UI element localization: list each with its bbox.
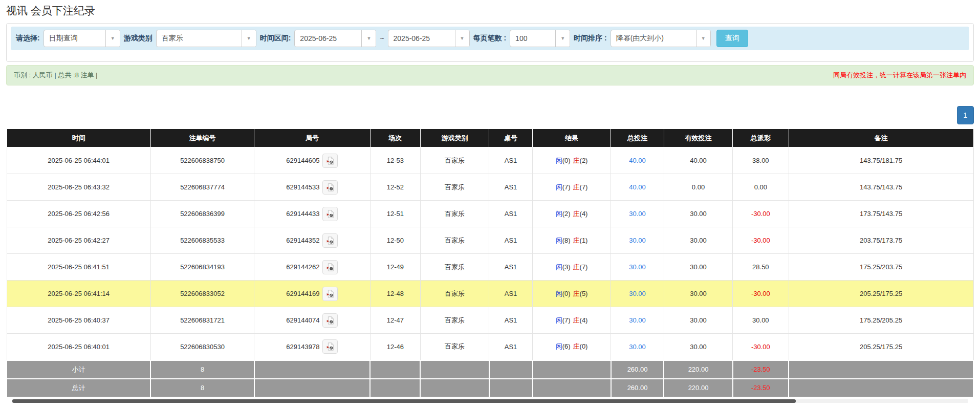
total-bet-link[interactable]: 30.00 <box>629 343 646 351</box>
grand-total-total-bet: 260.00 <box>611 379 664 397</box>
valid-bet-cell: 40.00 <box>664 147 732 174</box>
total-bet-link[interactable]: 40.00 <box>629 157 646 164</box>
session-cell: 12-48 <box>370 281 420 307</box>
page-1-button[interactable]: 1 <box>957 106 974 124</box>
total-bet-link[interactable]: 30.00 <box>629 316 646 324</box>
time-cell: 2025-06-25 06:40:01 <box>7 334 150 360</box>
subtotal-row: 小计 8 260.00 220.00 -23.50 <box>7 360 973 379</box>
page-size-label: 每页笔数 : <box>473 34 507 43</box>
video-replay-icon <box>325 316 335 325</box>
session-cell: 12-46 <box>370 334 420 360</box>
col-header-remark: 备注 <box>789 129 973 147</box>
select-type-label: 请选择: <box>16 34 40 43</box>
banker-result-score: (4) <box>580 210 588 218</box>
total-bet-link[interactable]: 30.00 <box>629 263 646 271</box>
bet-id-cell: 522606833052 <box>150 281 254 307</box>
date-from-select[interactable]: 2025-06-25 ▼ <box>294 30 376 47</box>
total-bet-link[interactable]: 40.00 <box>629 183 646 191</box>
game-type-label: 游戏类别 <box>124 34 153 43</box>
total-bet-cell: 40.00 <box>611 147 664 174</box>
time-cell: 2025-06-25 06:43:32 <box>7 174 150 201</box>
video-replay-icon <box>325 183 335 192</box>
time-cell: 2025-06-25 06:41:51 <box>7 254 150 281</box>
remark-cell: 175.25/205.25 <box>789 307 973 334</box>
table-row: 2025-06-25 06:43:32 522606837774 6291445… <box>7 174 973 201</box>
table-no-cell: AS1 <box>489 174 533 201</box>
empty-cell <box>420 360 489 379</box>
bet-id-cell: 522606830530 <box>150 334 254 360</box>
remark-cell: 173.75/143.75 <box>789 201 973 227</box>
video-replay-button[interactable] <box>322 233 338 248</box>
payout-cell: -30.00 <box>733 227 789 254</box>
time-cell: 2025-06-25 06:44:01 <box>7 147 150 174</box>
player-result-score: (7) <box>562 316 571 324</box>
payout-cell: -30.00 <box>733 334 789 360</box>
horizontal-scrollbar[interactable] <box>12 399 968 403</box>
total-bet-cell: 30.00 <box>611 307 664 334</box>
col-header-session: 场次 <box>370 129 420 147</box>
game-type-cell: 百家乐 <box>420 174 489 201</box>
empty-cell <box>420 379 489 397</box>
round-id-value: 629144433 <box>286 210 319 218</box>
empty-cell <box>789 379 973 397</box>
video-replay-icon <box>325 342 335 351</box>
bet-id-cell: 522606835533 <box>150 227 254 254</box>
subtotal-count: 8 <box>150 360 254 379</box>
player-result-score: (7) <box>562 183 571 191</box>
payout-cell: 30.00 <box>733 307 789 334</box>
subtotal-payout: -23.50 <box>733 360 789 379</box>
video-replay-button[interactable] <box>322 180 338 195</box>
col-header-time: 时间 <box>7 129 150 147</box>
banker-result-score: (5) <box>580 290 588 297</box>
total-bet-link[interactable]: 30.00 <box>629 237 646 244</box>
video-replay-button[interactable] <box>322 207 338 221</box>
total-bet-cell: 30.00 <box>611 281 664 307</box>
total-bet-cell: 30.00 <box>611 227 664 254</box>
chevron-down-icon: ▼ <box>455 30 469 47</box>
empty-cell <box>533 379 611 397</box>
result-cell: 闲(0)庄(2) <box>533 147 611 174</box>
time-cell: 2025-06-25 06:41:14 <box>7 281 150 307</box>
video-replay-icon <box>325 289 335 298</box>
player-result-label: 闲 <box>556 237 562 244</box>
video-replay-icon <box>325 263 335 272</box>
game-type-select[interactable]: 百家乐 ▼ <box>156 30 256 47</box>
scrollbar-thumb[interactable] <box>12 399 796 403</box>
search-button[interactable]: 查询 <box>716 30 748 47</box>
empty-cell <box>370 379 420 397</box>
player-result-label: 闲 <box>556 157 562 164</box>
col-header-table-no: 桌号 <box>489 129 533 147</box>
player-result-score: (6) <box>562 342 571 350</box>
banker-result-label: 庄 <box>573 342 580 350</box>
result-cell: 闲(3)庄(7) <box>533 254 611 281</box>
round-id-value: 629144262 <box>286 263 319 271</box>
player-result-label: 闲 <box>556 290 562 297</box>
player-result-score: (2) <box>562 210 571 218</box>
valid-bet-cell: 30.00 <box>664 334 732 360</box>
page-size-select[interactable]: 100 ▼ <box>510 30 570 47</box>
query-type-select[interactable]: 日期查询 ▼ <box>43 30 120 47</box>
session-cell: 12-47 <box>370 307 420 334</box>
video-replay-button[interactable] <box>322 154 338 168</box>
table-row: 2025-06-25 06:44:01 522606838750 6291446… <box>7 147 973 174</box>
remark-cell: 203.75/173.75 <box>789 227 973 254</box>
table-no-cell: AS1 <box>489 227 533 254</box>
video-replay-button[interactable] <box>322 339 338 354</box>
table-no-cell: AS1 <box>489 201 533 227</box>
time-sort-select[interactable]: 降幂(由大到小) ▼ <box>611 30 711 47</box>
session-cell: 12-51 <box>370 201 420 227</box>
table-body: 2025-06-25 06:44:01 522606838750 6291446… <box>7 147 973 360</box>
video-replay-button[interactable] <box>322 260 338 274</box>
date-to-select[interactable]: 2025-06-25 ▼ <box>388 30 470 47</box>
chevron-down-icon: ▼ <box>696 30 710 47</box>
empty-cell <box>489 379 533 397</box>
total-bet-link[interactable]: 30.00 <box>629 210 646 218</box>
total-bet-link[interactable]: 30.00 <box>629 290 646 297</box>
banker-result-label: 庄 <box>573 157 580 164</box>
session-cell: 12-50 <box>370 227 420 254</box>
page: 视讯 会员下注纪录 请选择: 日期查询 ▼ 游戏类别 百家乐 ▼ 时间区间: 2… <box>0 4 980 403</box>
valid-bet-cell: 30.00 <box>664 201 732 227</box>
video-replay-button[interactable] <box>322 313 338 328</box>
video-replay-button[interactable] <box>322 287 338 301</box>
date-to-value: 2025-06-25 <box>388 30 455 47</box>
